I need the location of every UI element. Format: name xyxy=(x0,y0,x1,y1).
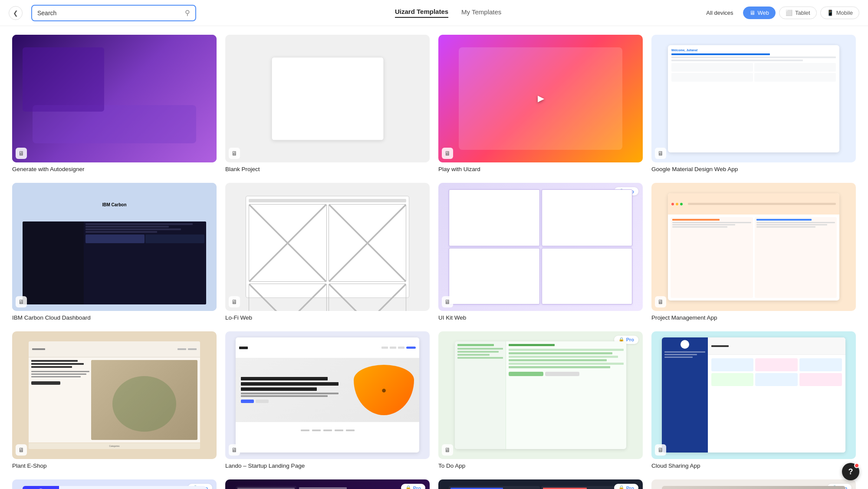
card-thumb-fashion: 🔒 Pro xyxy=(651,479,856,489)
template-fashion[interactable]: 🔒 Pro xyxy=(651,479,856,489)
template-todo[interactable]: 🔒 Pro xyxy=(438,331,643,469)
fashion-inner xyxy=(662,486,846,489)
template-cxteam[interactable]: 🔒 Pro xyxy=(12,479,217,489)
monitor-icon-lofi: 🖥 xyxy=(229,296,240,307)
device-web-button[interactable]: 🖥 Web xyxy=(743,7,776,19)
dark2-inner xyxy=(449,486,633,489)
tab-my-templates[interactable]: My Templates xyxy=(461,8,501,17)
uikit-panel-3 xyxy=(449,248,540,304)
card-label-cloud: Cloud Sharing App xyxy=(651,463,856,469)
search-box: ⚲ xyxy=(31,5,196,21)
lando-hero: ● xyxy=(236,358,420,422)
card-thumb-cloud: 🖥 xyxy=(651,331,856,459)
template-plant[interactable]: Categories 🖥 Plant E-Shop xyxy=(12,331,217,469)
back-icon: ❮ xyxy=(13,10,18,17)
ibm-main xyxy=(84,221,207,304)
card-thumb-play: ▶ 🖥 xyxy=(438,35,643,162)
device-all-button[interactable]: All devices xyxy=(700,7,739,19)
google-row xyxy=(671,53,770,55)
tab-uizard-templates[interactable]: Uizard Templates xyxy=(395,8,448,18)
card-thumb-audio: 🔒 Pro xyxy=(225,479,430,489)
template-play[interactable]: ▶ 🖥 Play with Uizard xyxy=(438,35,643,172)
lando-nav xyxy=(236,337,420,358)
google-row2 xyxy=(671,56,836,58)
cxteam-inner xyxy=(23,486,207,489)
monitor-icon-google: 🖥 xyxy=(655,148,666,159)
proj-inner xyxy=(668,193,840,301)
proj-header xyxy=(668,193,840,215)
card-label-uikit: UI Kit Web xyxy=(438,314,643,321)
cloud-item-3 xyxy=(799,358,842,371)
card-label-blank: Blank Project xyxy=(225,166,430,172)
back-button[interactable]: ❮ xyxy=(9,6,23,20)
google-inner: Welcome, Juliana! xyxy=(668,45,840,152)
monitor-icon-uikit: 🖥 xyxy=(442,296,453,307)
google-row3 xyxy=(671,59,803,61)
web-icon: 🖥 xyxy=(750,10,755,16)
lando-inner: ● xyxy=(236,337,420,453)
svg-line-7 xyxy=(329,284,406,311)
monitor-icon-ibm: 🖥 xyxy=(16,296,27,307)
card-thumb-autodesign: 🖥 xyxy=(12,35,217,162)
monitor-icon-lando: 🖥 xyxy=(229,444,240,456)
template-ibm[interactable]: IBM Carbon 🖥 IBM Carbon Cloud Dashboard xyxy=(12,183,217,320)
google-card-item-1 xyxy=(671,63,753,72)
ibm-sidebar xyxy=(23,221,84,304)
center-tabs: Uizard Templates My Templates xyxy=(205,8,691,18)
card-label-lando: Lando – Startup Landing Page xyxy=(225,463,430,469)
card-label-todo: To Do App xyxy=(438,463,643,469)
uikit-panel-4 xyxy=(542,248,633,304)
ibm-title-text: IBM Carbon xyxy=(102,202,126,207)
cloud-item-1 xyxy=(711,358,754,371)
lando-3d-shape: ● xyxy=(354,365,414,416)
audio-inner xyxy=(236,486,420,489)
uikit-panel-2 xyxy=(542,189,633,246)
cloud-inner xyxy=(662,337,846,453)
card-label-lofi: Lo-Fi Web xyxy=(225,314,430,321)
card-label-project: Project Management App xyxy=(651,314,856,321)
cxteam-sidebar xyxy=(23,486,59,489)
template-cloud[interactable]: 🖥 Cloud Sharing App xyxy=(651,331,856,469)
cloud-item-2 xyxy=(755,358,798,371)
help-button[interactable]: ? xyxy=(842,463,859,480)
card-label-ibm: IBM Carbon Cloud Dashboard xyxy=(12,314,217,321)
lando-logo xyxy=(239,347,248,349)
dark2-panel-2 xyxy=(541,486,632,489)
template-project[interactable]: 🖥 Project Management App xyxy=(651,183,856,320)
help-icon: ? xyxy=(848,467,853,476)
lando-logos-bar xyxy=(236,422,420,439)
uikit-panel-1 xyxy=(449,189,540,246)
google-cards xyxy=(671,63,836,82)
search-input[interactable] xyxy=(37,10,185,17)
device-tablet-button[interactable]: ⬜ Tablet xyxy=(779,7,817,19)
device-mobile-button[interactable]: 📱 Mobile xyxy=(820,7,859,19)
cloud-item-6 xyxy=(799,373,842,386)
dark2-panel-1 xyxy=(449,486,540,489)
monitor-icon-blank: 🖥 xyxy=(229,148,240,159)
card-thumb-lofi: 🖥 xyxy=(225,183,430,311)
template-uikit[interactable]: 🔒 Pro 🖥 UI Kit Web xyxy=(438,183,643,320)
template-blank[interactable]: 🖥 Blank Project xyxy=(225,35,430,172)
template-autodesign[interactable]: 🖥 Generate with Autodesigner xyxy=(12,35,217,172)
template-dark2[interactable]: 🔒 Pro xyxy=(438,479,643,489)
todo-main xyxy=(506,341,626,449)
svg-line-4 xyxy=(249,284,326,311)
cloud-sidebar xyxy=(662,337,708,453)
card-label-play: Play with Uizard xyxy=(438,166,643,172)
template-lando[interactable]: ● 🖥 Lando – Startup Landing Page xyxy=(225,331,430,469)
plant-categories-bar: Categories xyxy=(29,443,201,449)
ibm-dash xyxy=(23,221,207,304)
card-label-google: Google Material Design Web App xyxy=(651,166,856,172)
template-google[interactable]: Welcome, Juliana! 🖥 Google Material Desi… xyxy=(651,35,856,172)
template-audio[interactable]: 🔒 Pro xyxy=(225,479,430,489)
play-logo: ▶ xyxy=(538,94,544,103)
todo-inner xyxy=(455,341,627,449)
template-lofi[interactable]: 🖥 Lo-Fi Web xyxy=(225,183,430,320)
todo-sidebar xyxy=(455,341,506,449)
card-thumb-lando: ● 🖥 xyxy=(225,331,430,459)
monitor-icon-play: 🖥 xyxy=(442,148,453,159)
plant-inner: Categories xyxy=(29,341,201,449)
cxteam-main xyxy=(59,486,206,489)
card-label-plant: Plant E-Shop xyxy=(12,463,217,469)
audio-main-area xyxy=(298,486,420,489)
